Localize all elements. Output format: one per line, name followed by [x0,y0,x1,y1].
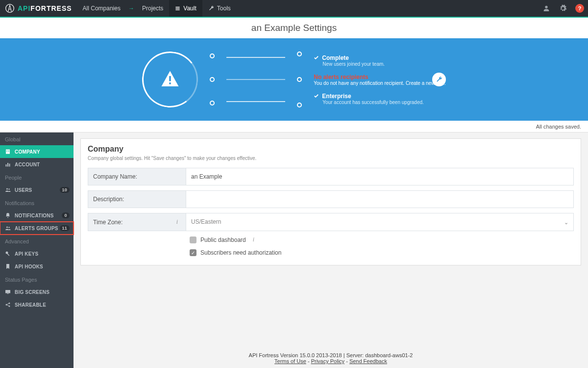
check-public-label: Public dashboard [200,237,246,243]
svg-rect-20 [7,254,9,256]
input-description[interactable] [186,191,573,208]
svg-rect-9 [8,150,9,151]
notifications-badge: 0 [62,212,70,218]
page-title: an Example Settings [251,23,337,33]
status-list: Complete New users joined your team. No … [314,54,445,105]
bell-icon [5,212,11,218]
content: Company Company global settings. Hit "Sa… [74,132,588,368]
sidebar-item-account-label: ACCOUNT [15,162,40,167]
gear-icon[interactable] [555,0,571,17]
logo[interactable]: APIFORTRESS [0,3,77,13]
check-public-dashboard[interactable]: Public dashboard i [190,236,574,243]
check-subscribers-auth[interactable]: ✓ Subscribers need authorization [190,249,574,256]
wrench-fab[interactable] [432,73,446,86]
card-subtitle: Company global settings. Hit "Save chang… [88,156,574,161]
nav-vault[interactable]: Vault [169,0,202,17]
nav-projects-label: Projects [142,5,163,12]
status-enterprise-sub: Your account has successfully been upgra… [322,100,445,105]
user-icon[interactable] [538,0,555,17]
logo-icon [5,3,15,13]
status-banner: Complete New users joined your team. No … [0,38,588,121]
svg-rect-22 [7,293,9,294]
vault-icon [175,6,180,11]
warning-icon [160,69,180,90]
sidebar-item-company[interactable]: COMPANY [0,145,74,158]
svg-rect-10 [7,152,8,153]
link-terms[interactable]: Terms of Use [274,358,306,364]
sidebar-item-users[interactable]: USERS 10 [0,184,74,196]
check-icon [314,93,319,99]
status-complete-title: Complete [322,54,349,61]
status-no-alerts-title: No alerts recipients [314,74,368,80]
label-timezone: Time Zone:i [88,213,186,231]
check-icon [314,55,319,60]
help-badge: ? [575,4,584,13]
sidebar: Global COMPANY ACCOUNT People USERS 10 N… [0,132,74,368]
select-timezone[interactable]: US/Eastern [186,213,573,230]
svg-rect-2 [176,8,180,8]
sidebar-head-advanced: Advanced [0,235,74,247]
svg-rect-5 [170,76,172,81]
alerts-badge: 11 [60,225,70,231]
sidebar-item-api-hooks-label: API HOOKS [15,264,43,269]
building-icon [5,149,11,155]
svg-rect-1 [176,6,180,7]
info-icon[interactable]: i [250,236,257,243]
info-icon[interactable]: i [173,218,181,226]
status-complete-sub: New users joined your team. [322,61,445,67]
link-feedback[interactable]: Send Feedback [349,358,387,364]
row-company-name: Company Name: [88,168,574,185]
saved-strip: All changes saved. [0,121,588,132]
check-subscribers-label: Subscribers need authorization [200,249,281,256]
wrench-icon [208,5,214,11]
sidebar-item-company-label: COMPANY [15,149,40,155]
share-icon [5,302,11,308]
sidebar-item-alerts-groups-label: ALERTS GROUPS [15,226,58,231]
sidebar-item-api-keys[interactable]: API KEYS [0,247,74,260]
sidebar-item-shareable[interactable]: SHAREABLE [0,298,74,311]
users-icon [5,187,11,193]
nav-projects[interactable]: Projects [136,0,169,17]
topbar: APIFORTRESS All Companies → Projects Vau… [0,0,588,18]
sidebar-item-account[interactable]: ACCOUNT [0,158,74,171]
help-icon[interactable]: ? [571,0,588,17]
svg-rect-7 [6,150,10,154]
company-card: Company Company global settings. Hit "Sa… [80,138,581,265]
svg-point-18 [8,227,10,228]
progress-ring [139,48,202,111]
link-privacy[interactable]: Privacy Policy [311,358,344,364]
sidebar-item-api-hooks[interactable]: API HOOKS [0,260,74,273]
nav-all-companies-label: All Companies [83,5,121,12]
status-no-alerts: No alerts recipients You do not have any… [314,74,445,86]
nav-vault-label: Vault [183,5,196,12]
svg-rect-3 [176,9,180,10]
wrench-icon [436,76,442,83]
label-company-name: Company Name: [88,168,186,185]
label-timezone-text: Time Zone: [93,219,122,226]
sidebar-item-big-screens[interactable]: BIG SCREENS [0,286,74,298]
sidebar-item-users-label: USERS [15,187,32,193]
sidebar-item-notifications-label: NOTIFICATIONS [15,213,54,218]
bookmark-icon [5,263,11,269]
nav-all-companies[interactable]: All Companies [77,0,126,17]
svg-point-4 [545,6,547,8]
brand-fortress: FORTRESS [30,4,72,12]
connector-lines [226,52,285,107]
input-company-name[interactable] [186,168,573,185]
sidebar-item-big-screens-label: BIG SCREENS [15,289,49,295]
status-complete: Complete New users joined your team. [314,54,445,67]
svg-rect-14 [9,164,10,167]
arrow-icon: → [126,0,136,17]
sidebar-item-notifications[interactable]: NOTIFICATIONS 0 [0,209,74,222]
svg-point-15 [6,188,8,190]
svg-point-17 [6,227,8,228]
sidebar-item-alerts-groups[interactable]: ALERTS GROUPS 11 [0,222,74,235]
target-nodes [297,52,302,107]
sidebar-head-notifications: Notifications [0,196,74,209]
svg-rect-6 [170,82,172,84]
status-enterprise: Enterprise Your account has successfully… [314,93,445,105]
users-badge: 10 [60,187,70,193]
card-title: Company [88,145,574,154]
nav-tools[interactable]: Tools [202,0,237,17]
source-nodes [210,52,215,107]
